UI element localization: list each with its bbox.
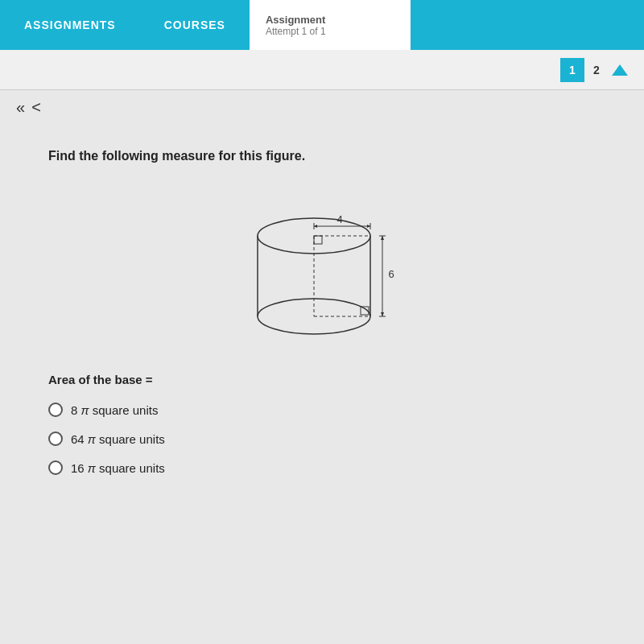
option-row-3[interactable]: 16 π square units <box>48 460 596 475</box>
double-left-arrow-button[interactable]: « <box>16 98 25 117</box>
page-number-1[interactable]: 1 <box>560 58 584 82</box>
attempt-label: Attempt 1 of 1 <box>266 26 394 37</box>
assignments-label: ASSIGNMENTS <box>24 19 116 31</box>
pagination-row: 1 2 <box>0 50 644 90</box>
nav-arrows-row: « < <box>0 90 644 125</box>
question-instruction: Find the following measure for this figu… <box>48 149 596 163</box>
radius-label: 4 <box>336 213 342 225</box>
option-row-2[interactable]: 64 π square units <box>48 431 596 446</box>
height-label: 6 <box>388 268 394 280</box>
nav-info-box: Assignment Attempt 1 of 1 <box>250 0 411 50</box>
option-row-1[interactable]: 8 π square units <box>48 402 596 417</box>
radio-option-2[interactable] <box>48 431 63 446</box>
svg-rect-8 <box>314 236 322 244</box>
assignment-name-label: Assignment <box>266 14 394 26</box>
svg-marker-17 <box>381 236 384 240</box>
page-number-2[interactable]: 2 <box>584 58 609 82</box>
nav-tab-assignments[interactable]: ASSIGNMENTS <box>0 0 140 50</box>
cylinder-figure: 4 6 <box>233 188 411 349</box>
option-2-label: 64 π square units <box>71 432 165 446</box>
svg-marker-13 <box>367 225 370 228</box>
option-1-label: 8 π square units <box>71 403 158 417</box>
single-left-arrow-button[interactable]: < <box>31 98 41 117</box>
top-nav-bar: ASSIGNMENTS COURSES Assignment Attempt 1… <box>0 0 644 50</box>
svg-marker-12 <box>314 225 317 228</box>
main-content: Find the following measure for this figu… <box>0 125 644 514</box>
courses-label: COURSES <box>164 19 225 31</box>
triangle-indicator-icon <box>612 64 628 76</box>
answer-label: Area of the base = <box>48 373 596 386</box>
nav-tab-courses[interactable]: COURSES <box>140 0 250 50</box>
radio-option-1[interactable] <box>48 402 63 417</box>
option-3-label: 16 π square units <box>71 461 165 475</box>
figure-container: 4 6 <box>48 188 596 349</box>
radio-option-3[interactable] <box>48 460 63 475</box>
svg-marker-18 <box>381 312 384 316</box>
